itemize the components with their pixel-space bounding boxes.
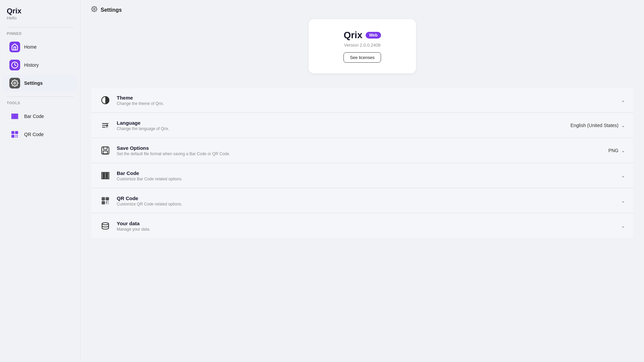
sidebar-item-barcode[interactable]: Bar Code: [3, 108, 77, 125]
svg-rect-16: [15, 136, 16, 137]
svg-rect-36: [108, 201, 109, 202]
svg-rect-15: [17, 135, 18, 136]
svg-rect-37: [106, 203, 107, 204]
theme-section-right: ⌄: [621, 98, 625, 103]
svg-rect-35: [106, 201, 107, 202]
sidebar-item-settings[interactable]: Settings: [3, 74, 77, 92]
data-settings-title: Your data: [117, 221, 150, 226]
svg-rect-28: [108, 172, 109, 179]
sidebar-logo: Qrix Hello: [0, 7, 80, 23]
sidebar-item-history[interactable]: History: [3, 56, 77, 74]
save-section-header[interactable]: Save Options Set the default file format…: [91, 138, 633, 163]
barcode-settings-title: Bar Code: [117, 170, 182, 176]
settings-section-barcode: Bar Code Customize Bar Code related opti…: [91, 164, 633, 188]
svg-rect-3: [13, 114, 13, 119]
save-section-right: PNG ⌄: [608, 148, 625, 153]
barcode-settings-desc: Customize Bar Code related options.: [117, 177, 182, 181]
language-section-left: A Language Change the language of Qrix.: [99, 119, 169, 131]
sidebar-item-home[interactable]: Home: [3, 38, 77, 56]
svg-rect-2: [12, 114, 12, 119]
barcode-section-right: ⌄: [621, 173, 625, 178]
page-title: Settings: [101, 7, 122, 13]
svg-rect-34: [103, 202, 104, 203]
app-info-badge: Web: [366, 32, 381, 39]
language-title: Language: [117, 120, 169, 126]
data-chevron-icon: ⌄: [621, 223, 625, 229]
theme-section-header[interactable]: Theme Change the theme of Qrix. ⌄: [91, 88, 633, 112]
theme-section-text: Theme Change the theme of Qrix.: [117, 95, 164, 106]
data-settings-desc: Manage your data.: [117, 227, 150, 232]
qrcode-settings-icon: [99, 195, 111, 207]
app-info-title-row: Qrix Web: [343, 30, 381, 41]
svg-rect-14: [15, 135, 16, 136]
language-section-header[interactable]: A Language Change the language of Qrix. …: [91, 113, 633, 137]
qrcode-section-left: QR Code Customize QR Code related option…: [99, 195, 182, 207]
svg-rect-17: [17, 136, 18, 137]
svg-rect-13: [12, 135, 14, 137]
qrcode-section-right: ⌄: [621, 198, 625, 203]
save-section-left: Save Options Set the default file format…: [99, 144, 230, 157]
qrcode-settings-title: QR Code: [117, 195, 182, 201]
data-section-left: Your data Manage your data.: [99, 220, 150, 232]
qrcode-section-header[interactable]: QR Code Customize QR Code related option…: [91, 189, 633, 213]
page-header: Settings: [80, 0, 644, 19]
pinned-label: Pinned: [0, 32, 80, 38]
settings-section-data: Your data Manage your data. ⌄: [91, 214, 633, 238]
svg-rect-9: [12, 132, 14, 134]
save-chevron-icon: ⌄: [621, 148, 625, 153]
svg-rect-11: [16, 132, 18, 134]
qrcode-chevron-icon: ⌄: [621, 198, 625, 203]
svg-rect-6: [16, 114, 17, 119]
main-content: Settings Qrix Web Version 2.0.0.2408 See…: [80, 0, 644, 362]
svg-rect-7: [17, 114, 18, 119]
theme-icon: [99, 94, 111, 106]
language-desc: Change the language of Qrix.: [117, 126, 169, 131]
settings-section-theme: Theme Change the theme of Qrix. ⌄: [91, 88, 633, 113]
svg-point-39: [102, 223, 109, 225]
qrcode-nav-icon: [9, 129, 20, 140]
settings-nav-icon: [9, 78, 20, 88]
svg-rect-38: [108, 203, 109, 204]
tools-label: Tools: [0, 101, 80, 108]
history-icon: [9, 60, 20, 70]
language-section-text: Language Change the language of Qrix.: [117, 120, 169, 131]
qrcode-settings-desc: Customize QR Code related options.: [117, 202, 182, 206]
home-icon: [9, 42, 20, 52]
qrcode-section-text: QR Code Customize QR Code related option…: [117, 195, 182, 206]
barcode-chevron-icon: ⌄: [621, 173, 625, 178]
data-section-right: ⌄: [621, 223, 625, 229]
sidebar-settings-label: Settings: [24, 80, 43, 86]
save-desc: Set the default file format when saving …: [117, 152, 230, 156]
save-title: Save Options: [117, 145, 230, 151]
language-icon: A: [99, 119, 111, 131]
svg-rect-5: [15, 114, 15, 119]
data-section-header[interactable]: Your data Manage your data. ⌄: [91, 214, 633, 238]
theme-desc: Change the theme of Qrix.: [117, 101, 164, 106]
svg-rect-26: [105, 172, 106, 179]
sidebar-history-label: History: [24, 62, 39, 68]
sidebar-qrcode-label: QR Code: [24, 132, 44, 137]
svg-point-18: [94, 8, 95, 10]
sidebar: Qrix Hello Pinned Home History Settings …: [0, 0, 80, 362]
sidebar-divider-2: [7, 97, 73, 97]
svg-rect-27: [107, 172, 107, 179]
sidebar-divider: [7, 27, 73, 27]
header-settings-icon: [91, 6, 97, 14]
see-licenses-button[interactable]: See licenses: [343, 52, 381, 63]
barcode-section-header[interactable]: Bar Code Customize Bar Code related opti…: [91, 164, 633, 188]
svg-text:A: A: [106, 125, 108, 129]
svg-rect-24: [102, 172, 103, 179]
sidebar-barcode-label: Bar Code: [24, 114, 44, 119]
svg-rect-30: [103, 198, 104, 199]
svg-rect-4: [14, 114, 14, 119]
language-chevron-icon: ⌄: [621, 123, 625, 128]
barcode-settings-icon: [99, 170, 111, 182]
app-name: Qrix: [7, 7, 73, 15]
language-value: English (United States): [571, 123, 619, 128]
data-section-text: Your data Manage your data.: [117, 221, 150, 232]
language-section-right: English (United States) ⌄: [571, 123, 625, 128]
save-icon: [99, 144, 111, 157]
sidebar-item-qrcode[interactable]: QR Code: [3, 126, 77, 143]
save-value: PNG: [608, 148, 619, 153]
save-section-text: Save Options Set the default file format…: [117, 145, 230, 156]
